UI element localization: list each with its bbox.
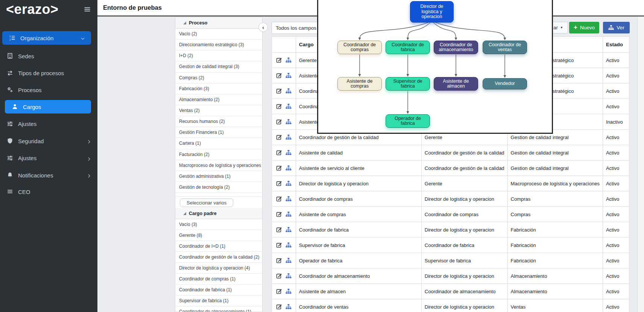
orgchart-icon[interactable] <box>286 288 292 294</box>
filter-item[interactable]: Compras (2) <box>175 73 262 83</box>
filter-item[interactable]: Gestión de tecnología (2) <box>175 182 262 193</box>
cell-estado: Activo <box>603 68 629 83</box>
orgchart-node-fabrica[interactable]: Coordinador defabrica <box>386 41 430 54</box>
filter-section-header-proceso[interactable]: Proceso <box>175 17 262 29</box>
sidebar-item-sedes[interactable]: Sedes <box>0 48 97 64</box>
filter-item[interactable]: Director de logistica y operacion (4) <box>175 263 262 274</box>
orgchart-node-vendedor[interactable]: Vendedor <box>483 78 527 89</box>
orgchart-node-supervisor[interactable]: Supervisor defabrica <box>386 77 430 91</box>
edit-icon[interactable] <box>276 134 282 140</box>
sidebar-item-tipos-de-procesos[interactable]: Tipos de procesos <box>0 65 97 82</box>
filter-item[interactable]: Facturación (2) <box>175 149 262 160</box>
edit-icon[interactable] <box>276 73 282 79</box>
orgchart-icon[interactable] <box>286 304 292 310</box>
sidebar-item-label: Cargos <box>23 104 41 110</box>
sidebar-item-seguridad[interactable]: Seguridad <box>0 133 97 149</box>
view-orgchart-button[interactable]: Ver <box>603 22 630 33</box>
edit-icon[interactable] <box>276 88 282 94</box>
filter-section-title: Cargo padre <box>189 211 217 216</box>
filter-item[interactable]: Gestión administrativa (1) <box>175 171 262 182</box>
edit-icon[interactable] <box>276 196 282 202</box>
filter-item[interactable]: Coordinador de almacenamiento (1) <box>175 306 262 312</box>
shield-icon <box>7 138 14 144</box>
orgchart-node-operador[interactable]: Operador defabrica <box>386 114 430 128</box>
sidebar-item-label: Procesos <box>18 87 42 93</box>
sidebar-item-ajustes[interactable]: Ajustes <box>0 116 97 132</box>
orgchart-icon[interactable] <box>286 150 292 156</box>
orgchart-icon[interactable] <box>286 257 292 264</box>
select-multiple-button[interactable]: Seleccionar varios <box>180 198 233 207</box>
orgchart-icon[interactable] <box>286 103 292 109</box>
filter-item[interactable]: Macroproceso de logística y operaciones … <box>175 160 262 171</box>
filter-item[interactable]: Almacenamiento (2) <box>175 94 262 105</box>
orgchart-node-compras[interactable]: Coordinador decompras <box>337 41 382 54</box>
edit-icon[interactable] <box>276 227 282 233</box>
orgchart-node-root[interactable]: Director delogistica yoperacion <box>410 1 454 23</box>
table-row: Asistente de comprasCoordinador de compr… <box>272 207 629 222</box>
filter-item[interactable]: Gestión Financiera (1) <box>175 127 262 138</box>
filter-item[interactable]: Gerente (8) <box>175 230 262 241</box>
table-row: Supervisor de fabricaCoordinador de fabr… <box>272 238 629 253</box>
orgchart-icon[interactable] <box>286 227 292 233</box>
filter-item[interactable]: Cartera (1) <box>175 138 262 149</box>
filter-item[interactable]: I+D (2) <box>175 50 262 61</box>
filter-item[interactable]: Fabricación (3) <box>175 83 262 94</box>
orgchart-icon[interactable] <box>286 88 292 94</box>
orgchart-node-asist_almacen[interactable]: Asistente dealmacen <box>434 77 478 91</box>
orgchart-icon[interactable] <box>286 73 292 79</box>
vertical-scrollbar[interactable] <box>637 17 644 312</box>
sidebar-item-procesos[interactable]: Procesos <box>0 82 97 98</box>
column-header-Estado[interactable]: Estado <box>603 37 629 53</box>
filter-item[interactable]: Gestion de calidad integral (3) <box>175 61 262 72</box>
filter-item[interactable]: Vacío (2) <box>175 29 262 39</box>
sidebar-item-ceo[interactable]: CEO <box>0 183 97 200</box>
new-button[interactable]: + Nuevo <box>569 22 599 33</box>
filter-item[interactable]: Coordinador de fabrica (1) <box>175 285 262 295</box>
filter-item[interactable]: Coordinador de gestión de la calidad (2) <box>175 252 262 263</box>
filter-item[interactable]: Coordinador de I+D (1) <box>175 241 262 252</box>
orgchart-icon[interactable] <box>286 57 292 63</box>
orgchart-icon[interactable] <box>286 211 292 217</box>
edit-icon[interactable] <box>276 273 282 279</box>
sidebar-item-notificaciones[interactable]: Notificaciones <box>0 167 97 183</box>
table-row: Asistente de servicio al clienteCoordina… <box>272 161 629 176</box>
orgchart-node-ventas[interactable]: Coordinador deventas <box>483 41 527 54</box>
edit-icon[interactable] <box>276 288 282 294</box>
edit-icon[interactable] <box>276 165 282 171</box>
edit-icon[interactable] <box>276 304 282 310</box>
edit-icon[interactable] <box>276 257 282 264</box>
edit-icon[interactable] <box>276 57 282 63</box>
edit-icon[interactable] <box>276 242 282 248</box>
edit-icon[interactable] <box>276 119 282 125</box>
orgchart-node-almacenamiento[interactable]: Coordinador dealmacenamiento <box>434 41 478 54</box>
orgchart-icon[interactable] <box>286 119 292 125</box>
filter-collapse-button[interactable]: ‹ <box>258 23 268 32</box>
edit-icon[interactable] <box>276 103 282 109</box>
orgchart-icon[interactable] <box>286 180 292 186</box>
person-icon <box>12 103 18 110</box>
sidebar-item-ajustes-2[interactable]: Ajustes <box>0 150 97 167</box>
edit-icon[interactable] <box>276 180 282 186</box>
cell-cargo_padre: Director de logistica y operacion <box>421 299 507 312</box>
filter-item[interactable]: Vacío (3) <box>175 219 262 230</box>
sidebar-item-cargos[interactable]: Cargos <box>5 100 91 114</box>
orgchart-icon[interactable] <box>286 196 292 202</box>
sidebar-item-label: CEO <box>18 189 30 195</box>
filter-item[interactable]: Direccionamiento estratégico (3) <box>175 39 262 50</box>
svg-text:2: 2 <box>9 38 11 41</box>
filter-item[interactable]: Coordinador de compras (1) <box>175 274 262 285</box>
hamburger-menu-icon[interactable] <box>84 6 91 15</box>
filter-section-header-cargo-padre[interactable]: Cargo padre <box>175 208 262 219</box>
orgchart-icon[interactable] <box>286 165 292 171</box>
filter-item[interactable]: Recursos humanos (2) <box>175 116 262 127</box>
sidebar-item-organización[interactable]: 12Organización <box>2 31 91 45</box>
edit-icon[interactable] <box>276 211 282 217</box>
filter-item[interactable]: Ventas (2) <box>175 105 262 116</box>
filter-item[interactable]: Supervisor de fabrica (1) <box>175 295 262 306</box>
edit-icon[interactable] <box>276 150 282 156</box>
orgchart-icon[interactable] <box>286 134 292 140</box>
sidebar: <erazo> 12OrganizaciónSedesTipos de proc… <box>0 0 97 312</box>
orgchart-icon[interactable] <box>286 242 292 248</box>
orgchart-node-asist_compras[interactable]: Asistente decompras <box>337 77 382 91</box>
orgchart-icon[interactable] <box>286 273 292 279</box>
